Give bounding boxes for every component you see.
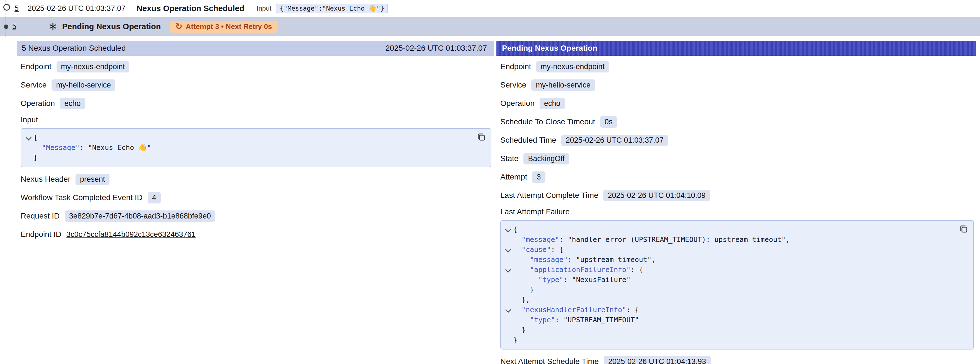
retry-attempt-badge: ↻ Attempt 3 • Next Retry 0s [170, 21, 278, 33]
event-timeline-rail [0, 0, 12, 37]
field-label: State [500, 154, 519, 163]
code-line: }, [503, 295, 955, 305]
failure-json-block: { "message": "handler error (UPSTREAM_TI… [500, 220, 974, 350]
detail-field-endpoint: Endpointmy-nexus-endpoint [500, 60, 975, 73]
collapse-toggle[interactable] [503, 265, 513, 275]
failure-block-label: Last Attempt Failure [500, 208, 975, 216]
chevron-down-icon [505, 307, 511, 313]
code-line: { [24, 133, 472, 143]
collapse-toggle[interactable] [503, 245, 513, 255]
code-gutter [503, 315, 513, 325]
code-line: } [24, 153, 472, 163]
detail-field-last-attempt-complete-time: Last Attempt Complete Time2025-02-26 UTC… [500, 189, 975, 202]
event-detail-body: Endpointmy-nexus-endpointServicemy-hello… [17, 56, 494, 241]
pending-operation-body: Endpointmy-nexus-endpointServicemy-hello… [496, 56, 976, 364]
event-title: Nexus Operation Scheduled [137, 4, 244, 13]
pending-operation-panel: Pending Nexus Operation Endpointmy-nexus… [496, 41, 976, 364]
code-text: "type": "NexusFailure" [513, 275, 630, 285]
code-line: } [503, 285, 955, 295]
field-label: Request ID [21, 212, 60, 220]
code-gutter [503, 235, 513, 245]
code-gutter [503, 335, 513, 345]
code-line: "applicationFailureInfo": { [503, 265, 955, 275]
field-label: Nexus Header [21, 175, 70, 184]
code-line: "message": "handler error (UPSTREAM_TIME… [503, 235, 955, 245]
field-label: Endpoint [500, 62, 531, 71]
chevron-down-icon [25, 135, 31, 140]
field-value: my-nexus-endpoint [536, 61, 609, 72]
event-timestamp: 2025-02-26 UTC 01:03:37.07 [27, 4, 126, 13]
code-text: "message": "upstream timeout", [513, 255, 656, 265]
code-line: "nexusHandlerFailureInfo": { [503, 305, 955, 315]
code-gutter [24, 153, 33, 163]
field-value: 2025-02-26 UTC 01:04:13.93 [604, 356, 710, 364]
input-json-block: { "Message": "Nexus Echo 👋"} [21, 128, 492, 167]
field-label: Next Attempt Schedule Time [500, 357, 599, 364]
field-label: Schedule To Close Timeout [500, 117, 595, 126]
event-row-nexus-operation-scheduled[interactable]: 5 2025-02-26 UTC 01:03:37.07 Nexus Opera… [0, 0, 980, 17]
code-line: } [503, 325, 955, 335]
field-value: BackingOff [523, 153, 569, 164]
field-value: 4 [148, 192, 161, 203]
code-gutter [503, 295, 513, 305]
collapse-toggle[interactable] [24, 133, 33, 143]
collapse-toggle[interactable] [503, 225, 513, 235]
copy-button[interactable] [959, 224, 968, 233]
detail-field-workflow-task-completed-event-id: Workflow Task Completed Event ID4 [21, 191, 493, 204]
code-line: "cause": { [503, 245, 955, 255]
chevron-down-icon [505, 247, 511, 252]
code-gutter [24, 143, 33, 153]
code-text: } [513, 285, 534, 295]
field-label: Service [21, 81, 46, 89]
detail-field-attempt: Attempt3 [500, 171, 975, 184]
code-text: "Message": "Nexus Echo 👋" [33, 143, 151, 153]
field-value: echo [539, 98, 565, 109]
code-text: "message": "handler error (UPSTREAM_TIME… [513, 235, 790, 245]
chevron-down-icon [505, 227, 511, 232]
temporal-event-history-page: 5 2025-02-26 UTC 01:03:37.07 Nexus Opera… [0, 0, 980, 364]
code-text: } [33, 153, 38, 163]
copy-button[interactable] [476, 132, 486, 142]
timeline-dot-icon [4, 24, 8, 29]
detail-field-state: StateBackingOff [500, 152, 975, 165]
code-text: "cause": { [513, 245, 563, 255]
event-detail-title: 5 Nexus Operation Scheduled [22, 44, 126, 53]
detail-field-nexus-header: Nexus Headerpresent [21, 173, 493, 186]
failure-json-code: { "message": "handler error (UPSTREAM_TI… [503, 225, 955, 345]
field-value: my-hello-service [531, 80, 595, 91]
detail-field-scheduled-time: Scheduled Time2025-02-26 UTC 01:03:37.07 [500, 134, 975, 147]
code-text: } [513, 335, 517, 345]
field-value: 0s [600, 116, 617, 128]
detail-field-request-id: Request ID3e829b7e-7d67-4b08-aad3-b1e868… [21, 209, 493, 222]
event-id-link[interactable]: 5 [12, 22, 16, 31]
code-gutter [503, 325, 513, 335]
event-detail-fields: Endpointmy-nexus-endpointServicemy-hello… [19, 60, 493, 110]
detail-field-service: Servicemy-hello-service [21, 78, 493, 91]
timeline-node-icon [3, 4, 10, 11]
detail-field-service: Servicemy-hello-service [500, 78, 975, 91]
code-line: "message": "upstream timeout", [503, 255, 955, 265]
code-text: }, [513, 295, 530, 305]
code-text: { [513, 225, 517, 235]
code-text: "applicationFailureInfo": { [513, 265, 643, 275]
copy-icon [476, 132, 486, 142]
collapse-toggle[interactable] [503, 305, 513, 315]
detail-field-operation: Operationecho [21, 97, 493, 110]
retry-icon: ↻ [175, 22, 183, 31]
chevron-down-icon [505, 267, 511, 273]
event-id-link[interactable]: 5 [14, 4, 19, 13]
field-label: Operation [500, 99, 535, 108]
code-line: } [503, 335, 955, 345]
field-value: 2025-02-26 UTC 01:04:10.09 [603, 190, 710, 201]
pending-operation-header: Pending Nexus Operation [496, 41, 976, 56]
pending-operation-fields: Endpointmy-nexus-endpointServicemy-hello… [499, 60, 975, 202]
pending-nexus-operation-row[interactable]: 5 Pending Nexus Operation ↻ Attempt 3 • … [0, 17, 980, 36]
field-value[interactable]: 3c0c75ccfa8144b092c13ce632463761 [66, 230, 196, 239]
field-value: my-nexus-endpoint [57, 61, 129, 72]
field-label: Endpoint [21, 62, 51, 71]
field-label: Workflow Task Completed Event ID [21, 193, 143, 202]
field-value: 3 [532, 171, 545, 183]
input-json-code: { "Message": "Nexus Echo 👋"} [24, 133, 472, 163]
detail-field-next-attempt-schedule-time: Next Attempt Schedule Time2025-02-26 UTC… [500, 355, 975, 364]
field-value: echo [60, 98, 85, 109]
